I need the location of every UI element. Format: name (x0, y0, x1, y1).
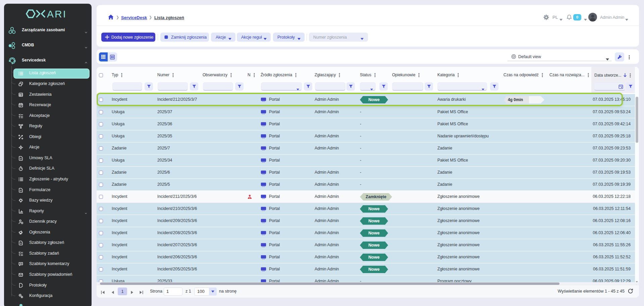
svg-text:ARI: ARI (47, 9, 65, 18)
